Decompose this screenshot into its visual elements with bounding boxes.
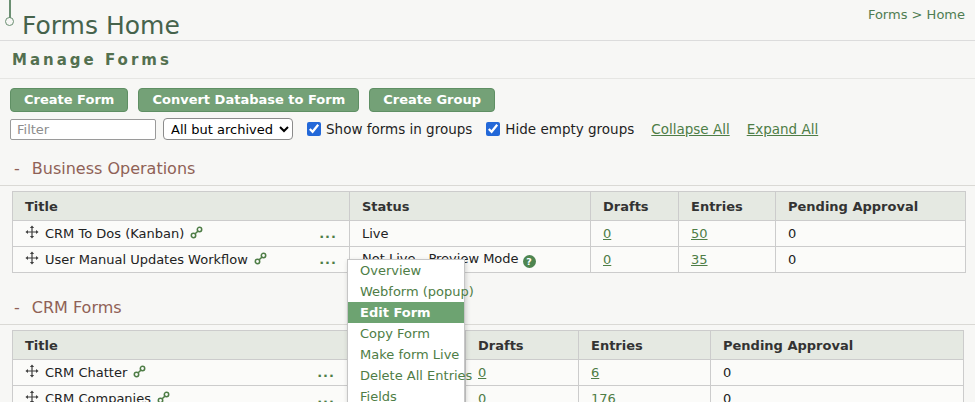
crm-forms-table: Title Status Drafts Entries Pending Appr… <box>12 330 964 402</box>
column-header-pending-approval: Pending Approval <box>711 331 964 360</box>
row-menu-button[interactable]: ... <box>319 255 337 265</box>
form-title: CRM Chatter <box>45 365 127 380</box>
table-row: CRM Companies ... 0 176 0 <box>13 386 964 402</box>
status-cell: Live <box>350 221 591 247</box>
menu-item-delete-all-entries[interactable]: Delete All Entries <box>348 365 464 386</box>
manage-forms-section: Manage Forms <box>0 41 975 79</box>
collapse-all-link[interactable]: Collapse All <box>651 121 729 137</box>
toolbar: Create Form Convert Database to Form Cre… <box>10 88 975 112</box>
drafts-link[interactable]: 0 <box>478 365 486 380</box>
breadcrumb: Forms > Home <box>868 7 965 22</box>
move-handle-icon[interactable] <box>25 251 39 268</box>
permalink-icon[interactable] <box>133 365 146 381</box>
table-row: CRM Chatter ... 0 6 0 <box>13 360 964 386</box>
row-context-menu: Overview Webform (popup) Edit Form Copy … <box>347 259 465 402</box>
expand-all-link[interactable]: Expand All <box>747 121 819 137</box>
show-forms-in-groups-checkbox[interactable] <box>307 122 321 136</box>
table-row: CRM To Dos (Kanban) ... Live 0 50 0 <box>13 221 966 247</box>
permalink-icon[interactable] <box>157 391 170 402</box>
create-form-button[interactable]: Create Form <box>10 88 128 112</box>
show-forms-in-groups-checkbox-label: Show forms in groups <box>307 121 472 137</box>
page-title: Forms Home <box>22 11 180 40</box>
menu-item-copy-form[interactable]: Copy Form <box>348 323 464 344</box>
permalink-icon[interactable] <box>254 252 267 268</box>
menu-item-make-form-live[interactable]: Make form Live <box>348 344 464 365</box>
row-menu-button[interactable]: ... <box>319 229 337 239</box>
drafts-link[interactable]: 0 <box>603 226 611 241</box>
move-handle-icon[interactable] <box>25 390 39 402</box>
pending-approval-cell: 0 <box>711 386 964 402</box>
hide-empty-groups-text: Hide empty groups <box>505 121 634 137</box>
table-header-row: Title Status Drafts Entries Pending Appr… <box>13 331 964 360</box>
table-header-row: Title Status Drafts Entries Pending Appr… <box>13 192 966 221</box>
hide-empty-groups-checkbox[interactable] <box>486 122 500 136</box>
column-header-entries: Entries <box>579 331 711 360</box>
entries-link[interactable]: 50 <box>691 226 708 241</box>
column-header-status: Status <box>350 192 591 221</box>
column-header-drafts: Drafts <box>591 192 679 221</box>
group-name-crm-forms: CRM Forms <box>32 298 122 317</box>
breadcrumb-home-link[interactable]: Home <box>927 7 965 22</box>
breadcrumb-separator: > <box>912 7 923 22</box>
form-title: CRM Companies <box>45 391 151 402</box>
form-title: User Manual Updates Workflow <box>45 252 248 267</box>
hide-empty-groups-checkbox-label: Hide empty groups <box>486 121 634 137</box>
page-header: Forms Home Forms > Home <box>0 0 975 41</box>
permalink-icon[interactable] <box>190 226 203 242</box>
pending-approval-cell: 0 <box>776 247 966 273</box>
drafts-link[interactable]: 0 <box>478 391 486 402</box>
help-icon[interactable]: ? <box>523 255 536 268</box>
manage-forms-heading: Manage Forms <box>12 51 975 69</box>
move-handle-icon[interactable] <box>25 225 39 242</box>
business-operations-table: Title Status Drafts Entries Pending Appr… <box>12 191 966 273</box>
pending-approval-cell: 0 <box>711 360 964 386</box>
pending-approval-cell: 0 <box>776 221 966 247</box>
table-row: User Manual Updates Workflow ... Not Liv… <box>13 247 966 273</box>
row-menu-button[interactable]: ... <box>317 368 335 378</box>
column-header-title: Title <box>13 331 348 360</box>
drafts-link[interactable]: 0 <box>603 252 611 267</box>
archive-filter-select[interactable]: All but archived <box>163 118 293 140</box>
collapse-toggle-business-operations[interactable]: - <box>14 159 20 178</box>
show-forms-in-groups-text: Show forms in groups <box>326 121 472 137</box>
breadcrumb-forms-link[interactable]: Forms <box>868 7 908 22</box>
collapse-toggle-crm-forms[interactable]: - <box>14 298 20 317</box>
group-header-crm-forms: -CRM Forms <box>0 298 975 325</box>
column-header-entries: Entries <box>679 192 776 221</box>
convert-database-to-form-button[interactable]: Convert Database to Form <box>138 88 359 112</box>
entries-link[interactable]: 176 <box>591 391 616 402</box>
menu-item-webform-popup[interactable]: Webform (popup) <box>348 281 464 302</box>
row-menu-button[interactable]: ... <box>317 394 335 402</box>
forms-home-page: Forms Home Forms > Home Manage Forms Cre… <box>0 0 975 402</box>
form-title: CRM To Dos (Kanban) <box>45 226 184 241</box>
move-handle-icon[interactable] <box>25 364 39 381</box>
menu-item-fields[interactable]: Fields <box>348 386 464 402</box>
filter-input[interactable] <box>10 119 156 140</box>
entries-link[interactable]: 35 <box>691 252 708 267</box>
create-group-button[interactable]: Create Group <box>369 88 495 112</box>
menu-item-edit-form[interactable]: Edit Form <box>348 302 464 323</box>
menu-item-overview[interactable]: Overview <box>348 260 464 281</box>
group-header-business-operations: -Business Operations <box>0 159 975 186</box>
filter-bar: All but archived Show forms in groups Hi… <box>10 118 975 140</box>
column-header-pending-approval: Pending Approval <box>776 192 966 221</box>
column-header-drafts: Drafts <box>466 331 579 360</box>
column-header-title: Title <box>13 192 350 221</box>
entries-link[interactable]: 6 <box>591 365 599 380</box>
group-name-business-operations: Business Operations <box>32 159 196 178</box>
